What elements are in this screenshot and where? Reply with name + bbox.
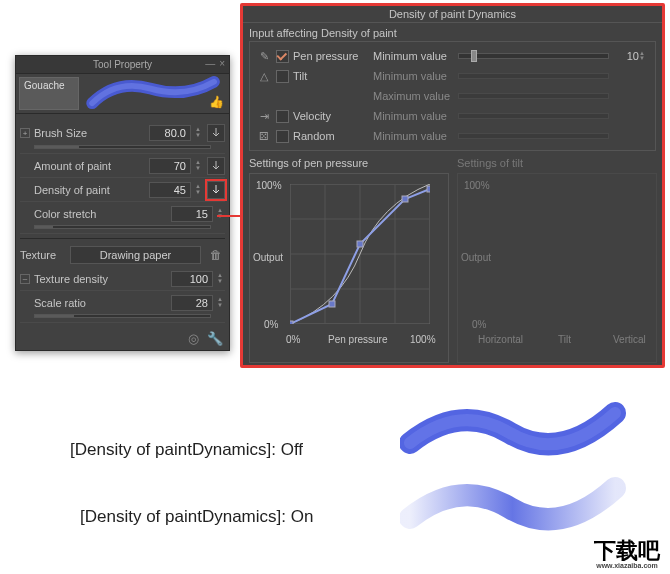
density-value[interactable]: 45 bbox=[149, 182, 191, 198]
pen-pressure-checkbox[interactable] bbox=[276, 50, 289, 63]
curve-x-left: 0% bbox=[286, 334, 300, 345]
scale-label: Scale ratio bbox=[34, 297, 171, 309]
pen-pressure-label: Pen pressure bbox=[293, 50, 373, 62]
amount-label: Amount of paint bbox=[34, 160, 149, 172]
curve-x-mid: Pen pressure bbox=[328, 334, 387, 345]
curve-y-top: 100% bbox=[256, 180, 282, 191]
tilt-checkbox[interactable] bbox=[276, 70, 289, 83]
expand-toggle[interactable]: + bbox=[20, 128, 30, 138]
pen-pressure-curve[interactable]: 100% Output 0% 0% Pen pressure 100% bbox=[249, 173, 449, 363]
tilt-min-label: Minimum value bbox=[373, 70, 458, 82]
input-section-label: Input affecting Density of paint bbox=[243, 23, 662, 41]
tilt-label: Tilt bbox=[293, 70, 373, 82]
svg-rect-7 bbox=[290, 321, 293, 324]
curve-x-right: 100% bbox=[410, 334, 436, 345]
brush-size-dynamics-button[interactable] bbox=[207, 124, 225, 142]
velocity-min-label: Minimum value bbox=[373, 110, 458, 122]
brush-size-label: Brush Size bbox=[34, 127, 149, 139]
texture-density-value[interactable]: 100 bbox=[171, 271, 213, 287]
brush-size-spinner[interactable]: ▲▼ bbox=[193, 127, 203, 139]
caption-off: [Density of paintDynamics]: Off bbox=[70, 440, 303, 460]
amount-value[interactable]: 70 bbox=[149, 158, 191, 174]
svg-rect-9 bbox=[357, 241, 363, 247]
brush-size-value[interactable]: 80.0 bbox=[149, 125, 191, 141]
pen-min-slider[interactable] bbox=[458, 53, 609, 59]
brush-stroke-off bbox=[400, 398, 630, 463]
panel-close-button[interactable]: × bbox=[219, 58, 225, 69]
tilt-min-slider bbox=[458, 73, 609, 79]
panel-title: Tool Property bbox=[93, 59, 152, 70]
random-checkbox[interactable] bbox=[276, 130, 289, 143]
velocity-icon: ⇥ bbox=[256, 110, 272, 123]
texture-density-spinner[interactable]: ▲▼ bbox=[215, 273, 225, 285]
wrench-icon[interactable]: 🔧 bbox=[207, 331, 223, 346]
curve-y-bot: 0% bbox=[264, 319, 278, 330]
tilt-max-label: Maximum value bbox=[373, 90, 458, 102]
texture-name-button[interactable]: Drawing paper bbox=[70, 246, 201, 264]
callout-connector bbox=[217, 215, 240, 217]
pen-min-spinner[interactable]: ▲▼ bbox=[639, 51, 649, 61]
scale-spinner[interactable]: ▲▼ bbox=[215, 297, 225, 309]
thumbs-up-icon[interactable]: 👍 bbox=[209, 95, 223, 109]
caption-on: [Density of paintDynamics]: On bbox=[80, 507, 313, 527]
pen-curve-title: Settings of pen pressure bbox=[249, 157, 449, 169]
tool-property-panel: Tool Property — × Gouache 👍 + Brush Size… bbox=[15, 55, 230, 351]
tilt-curve-title: Settings of tilt bbox=[457, 157, 657, 169]
color-stretch-slider[interactable] bbox=[34, 225, 211, 229]
density-spinner[interactable]: ▲▼ bbox=[193, 184, 203, 196]
velocity-checkbox[interactable] bbox=[276, 110, 289, 123]
color-stretch-label: Color stretch bbox=[34, 208, 171, 220]
random-label: Random bbox=[293, 130, 373, 142]
pen-pressure-icon: ✎ bbox=[256, 50, 272, 63]
density-dynamics-popup: Density of paint Dynamics Input affectin… bbox=[240, 3, 665, 368]
curve-y-mid: Output bbox=[253, 252, 283, 263]
svg-rect-10 bbox=[402, 196, 408, 202]
brush-stroke-on bbox=[400, 473, 630, 538]
brush-size-slider[interactable] bbox=[34, 145, 211, 149]
texture-label: Texture bbox=[20, 249, 70, 261]
amount-spinner[interactable]: ▲▼ bbox=[193, 160, 203, 172]
eye-icon[interactable]: ◎ bbox=[188, 331, 199, 346]
density-label: Density of paint bbox=[34, 184, 149, 196]
watermark: 下载吧 www.xiazaiba.com bbox=[594, 540, 660, 569]
panel-minimize-button[interactable]: — bbox=[205, 58, 215, 69]
color-stretch-value[interactable]: 15 bbox=[171, 206, 213, 222]
collapse-toggle[interactable]: – bbox=[20, 274, 30, 284]
brush-name-field[interactable]: Gouache bbox=[19, 77, 79, 110]
brush-size-row: + Brush Size 80.0 ▲▼ bbox=[20, 120, 225, 154]
tilt-curve: 100% Output 0% Horizontal Tilt Vertical bbox=[457, 173, 657, 363]
pen-min-value[interactable]: 10 bbox=[613, 50, 639, 62]
svg-rect-11 bbox=[427, 186, 430, 192]
random-min-label: Minimum value bbox=[373, 130, 458, 142]
tilt-max-slider bbox=[458, 93, 609, 99]
scale-row: Scale ratio 28 ▲▼ bbox=[20, 291, 225, 323]
input-factors-group: ✎ Pen pressure Minimum value 10 ▲▼ △ Til… bbox=[249, 41, 656, 151]
trash-icon[interactable]: 🗑 bbox=[207, 246, 225, 264]
brush-preview: 👍 bbox=[82, 74, 229, 113]
svg-rect-8 bbox=[329, 301, 335, 307]
density-row: Density of paint 45 ▲▼ bbox=[20, 178, 225, 202]
scale-value[interactable]: 28 bbox=[171, 295, 213, 311]
density-dynamics-button[interactable] bbox=[207, 181, 225, 199]
color-stretch-row: Color stretch 15 ▲▼ bbox=[20, 202, 225, 234]
tilt-icon: △ bbox=[256, 70, 272, 83]
color-stretch-spinner[interactable]: ▲▼ bbox=[215, 208, 225, 220]
random-icon: ⚄ bbox=[256, 130, 272, 143]
texture-row: Texture Drawing paper 🗑 bbox=[20, 243, 225, 267]
pen-min-label: Minimum value bbox=[373, 50, 458, 62]
texture-density-row: – Texture density 100 ▲▼ bbox=[20, 267, 225, 291]
scale-slider[interactable] bbox=[34, 314, 211, 318]
velocity-label: Velocity bbox=[293, 110, 373, 122]
texture-density-label: Texture density bbox=[34, 273, 171, 285]
random-min-slider bbox=[458, 133, 609, 139]
panel-header: Tool Property — × bbox=[16, 56, 229, 74]
velocity-min-slider bbox=[458, 113, 609, 119]
amount-dynamics-button[interactable] bbox=[207, 157, 225, 175]
amount-row: Amount of paint 70 ▲▼ bbox=[20, 154, 225, 178]
popup-title: Density of paint Dynamics bbox=[243, 6, 662, 23]
